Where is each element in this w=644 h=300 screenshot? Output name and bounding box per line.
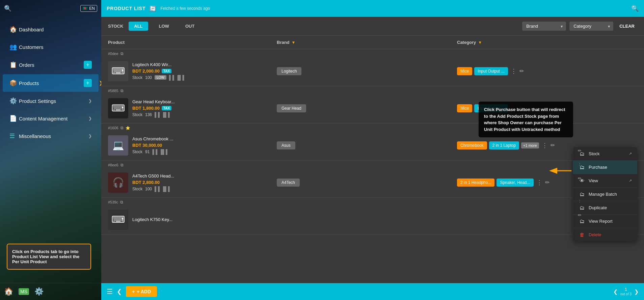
row-edit-3[interactable]: ✏: [551, 142, 555, 148]
context-menu-view[interactable]: 👁 View ↗: [573, 174, 637, 188]
topbar-search-icon[interactable]: 🔍: [631, 5, 639, 12]
context-menu-stock[interactable]: 🗂 Stock ↗: [573, 147, 637, 161]
category-filter-wrapper: Category: [569, 22, 613, 31]
brand-tag-3[interactable]: Asus: [277, 141, 295, 149]
delete-label: Delete: [589, 232, 601, 237]
brand-filter[interactable]: Brand: [522, 22, 566, 31]
copy-icon-3[interactable]: ⧉: [120, 126, 124, 130]
category-filter-icon[interactable]: ▼: [478, 40, 482, 45]
sidebar-label-misc: Miscellaneous: [19, 133, 88, 139]
product-thumb-5: ⌨: [108, 210, 128, 230]
sidebar-item-customers[interactable]: 👥 Customers: [3, 38, 99, 55]
products-icon: 📦: [9, 79, 19, 87]
sidebar-item-products[interactable]: 📦 Products + ➤: [3, 74, 99, 92]
pagination: ❮ 1 out of 3 ❯: [613, 287, 639, 296]
product-info-5: ⌨ Logitech K750 Key...: [108, 210, 277, 230]
cat-tag-3-2[interactable]: 2 in 1 Laptop: [489, 141, 519, 149]
bottom-home-icon[interactable]: 🏠: [4, 287, 13, 296]
edit-icon-stock[interactable]: ✏: [578, 148, 582, 153]
product-stock-3: Stock 91 ▌▌▐▌▌: [132, 149, 173, 155]
sidebar-item-content-management[interactable]: 📄 Content Management ❯: [3, 110, 99, 127]
product-name-3: Asus Chromebook ...: [132, 136, 173, 141]
dots-viewreport[interactable]: ⋮: [578, 199, 582, 203]
tax-badge-1: TAX: [162, 69, 171, 73]
tax-badge-2: TAX: [162, 106, 171, 110]
product-info-2: ⌨ Gear Head Keyboar... BDT 1,800.00 TAX …: [108, 98, 277, 118]
stock-menu-label: Stock: [589, 151, 600, 156]
context-menu-view-report[interactable]: 🗂 View Report: [573, 215, 637, 228]
flag-icon: 🇧🇩: [83, 6, 88, 11]
product-stock-4: Stock 100 ▌▌▐▌▌: [132, 186, 174, 192]
stock-out-button[interactable]: OUT: [180, 22, 200, 31]
copy-icon-4[interactable]: ⧉: [120, 163, 124, 167]
sidebar-nav: 🏠 Dashboard 👥 Customers 📋 Orders + 📦 Pro…: [0, 17, 101, 283]
cat-tag-4-1[interactable]: 2 in 1 Headpho...: [457, 179, 494, 187]
cat-tag-2-1[interactable]: Mice: [457, 104, 472, 112]
product-id-2: #5885: [108, 89, 118, 93]
arrow-annotation: [548, 166, 575, 177]
row-dots-3[interactable]: ⋮: [542, 142, 548, 149]
bottom-gear-icon[interactable]: ⚙️: [34, 287, 44, 296]
brand-tag-2[interactable]: Gear Head: [277, 104, 306, 112]
brand-filter-wrapper: Brand: [522, 22, 566, 31]
view-external-icon: ↗: [629, 179, 632, 183]
add-label: + ADD: [137, 289, 151, 294]
add-product-button[interactable]: + + ADD: [126, 286, 157, 297]
copy-icon-1[interactable]: ⧉: [120, 51, 124, 56]
product-info-1: ⌨ Logitech K400 Wir... BDT 2,000.00 TAX …: [108, 61, 277, 81]
brand-cell-1: Logitech: [277, 67, 457, 75]
clear-button[interactable]: CLEAR: [617, 22, 637, 31]
row-dots-4[interactable]: ⋮: [536, 179, 542, 186]
product-thumb-3: 💻: [108, 135, 128, 156]
refresh-icon[interactable]: 🔄: [150, 5, 156, 12]
cat-tag-4-2[interactable]: Speaker, Head...: [497, 179, 533, 187]
col-label-category: Category: [457, 40, 476, 45]
sidebar-item-dashboard[interactable]: 🏠 Dashboard: [3, 21, 99, 38]
row-edit-1[interactable]: ✏: [519, 68, 524, 74]
dots-purchase[interactable]: ⋮: [578, 162, 582, 167]
page-next-button[interactable]: ❯: [634, 289, 639, 295]
row-edit-4[interactable]: ✏: [545, 179, 549, 186]
product-details-2: Gear Head Keyboar... BDT 1,800.00 TAX St…: [132, 99, 175, 117]
context-menu-duplicate[interactable]: 🗂 Duplicate: [573, 201, 637, 215]
context-menu-manage-batch[interactable]: 🗂 Manage Batch: [573, 188, 637, 201]
sidebar-item-miscellaneous[interactable]: ☰ Miscellaneous ❯: [3, 128, 99, 144]
product-price-2: BDT 1,800.00: [132, 106, 160, 111]
brand-tag-1[interactable]: Logitech: [277, 67, 301, 75]
edit-icon-viewreport[interactable]: ✏: [578, 213, 582, 218]
hamburger-icon[interactable]: ☰: [107, 288, 113, 296]
products-add-button[interactable]: +: [84, 79, 92, 87]
col-label-product: Product: [108, 40, 125, 45]
category-filter[interactable]: Category: [569, 22, 613, 31]
misc-icon: ☰: [9, 132, 19, 140]
more-badge-3[interactable]: +1 more: [521, 142, 539, 148]
stock-all-button[interactable]: ALL: [129, 22, 148, 31]
page-prev-button[interactable]: ❮: [613, 289, 618, 295]
sidebar-search-icon[interactable]: 🔍: [4, 5, 11, 12]
context-menu-delete[interactable]: 🗑 Delete: [573, 228, 637, 241]
brand-tag-4[interactable]: A4Tech: [277, 179, 300, 187]
cat-tag-1-1[interactable]: Mice: [457, 67, 472, 75]
copy-icon-5[interactable]: ⧉: [120, 200, 123, 204]
edit-icon-view[interactable]: ✏: [578, 176, 582, 181]
sidebar-item-orders[interactable]: 📋 Orders +: [3, 56, 99, 74]
back-button[interactable]: ❮: [117, 288, 122, 295]
orders-add-button[interactable]: +: [84, 61, 92, 69]
cat-tag-3-1[interactable]: Chromebook: [457, 141, 487, 149]
sidebar-top: 🔍 🇧🇩 EN: [0, 0, 101, 17]
copy-icon-2[interactable]: ⧉: [120, 88, 124, 93]
context-menu-purchase[interactable]: 🗂 Purchase: [573, 161, 637, 174]
product-details-4: A4Tech G500 Head... BDT 2,800.00 Stock 1…: [132, 173, 174, 192]
brand-filter-icon[interactable]: ▼: [292, 40, 296, 45]
stock-low-button[interactable]: LOW: [154, 22, 175, 31]
product-details-1: Logitech K400 Wir... BDT 2,000.00 TAX St…: [132, 62, 186, 80]
bottom-ms-icon[interactable]: MS: [19, 288, 29, 295]
lang-label: EN: [89, 6, 95, 11]
row-dots-1[interactable]: ⋮: [511, 67, 517, 75]
cat-tag-1-2[interactable]: Input Output ...: [474, 67, 508, 75]
sidebar-item-product-settings[interactable]: ⚙️ Product Settings ❯: [3, 92, 99, 109]
sidebar-bottom: 🏠 MS ⚙️: [0, 283, 101, 300]
product-price-4: BDT 2,800.00: [132, 180, 160, 185]
barcode-icon-2: ▌▌▐▌▌: [155, 112, 171, 117]
language-badge[interactable]: 🇧🇩 EN: [80, 5, 97, 12]
